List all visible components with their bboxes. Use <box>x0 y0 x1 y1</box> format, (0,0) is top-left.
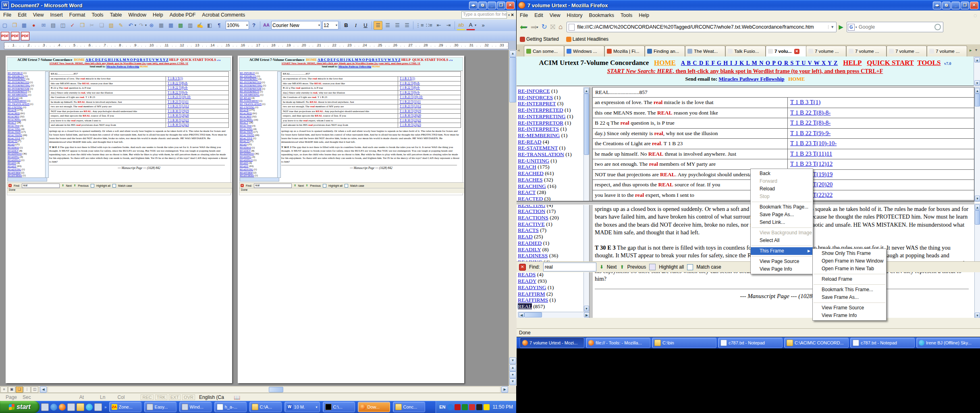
magnifier-icon[interactable] <box>934 24 941 30</box>
scroll-right-icon[interactable]: ▶ <box>501 386 508 393</box>
tab-list-icon[interactable]: ▾ <box>975 48 977 52</box>
url-bar[interactable]: ▼ <box>567 22 837 32</box>
menu-item-select-all[interactable]: Select All <box>751 237 813 244</box>
wordlist-item[interactable]: READIED (1) <box>518 240 583 246</box>
menu-history[interactable]: History <box>564 11 586 19</box>
menu-item-view-page-source[interactable]: View Page Source <box>751 258 813 265</box>
skype-icon[interactable] <box>86 404 93 411</box>
msn-icon[interactable] <box>41 403 49 411</box>
wordlist-item[interactable]: READ (25) <box>518 234 583 240</box>
wordlist-item[interactable]: RE-INFORCE (1) <box>518 88 583 94</box>
menu-item-save-page-as-[interactable]: Save Page As... <box>751 211 813 219</box>
document-map-icon[interactable]: ◧ <box>205 21 214 30</box>
menu-item-send-link-[interactable]: Send Link... <box>751 219 813 226</box>
zoom-combo[interactable]: 100%▾ <box>226 21 249 29</box>
help-icon[interactable]: ? <box>249 21 258 30</box>
question-dropdown-icon[interactable]: ▾ <box>507 13 511 17</box>
menu-item-this-frame[interactable]: This Frame▶ <box>751 247 813 255</box>
undo-icon[interactable]: ↶ <box>126 21 135 30</box>
wordlist-item[interactable]: REACT (28) <box>518 189 583 196</box>
new-document-icon[interactable]: ▢ <box>0 21 9 30</box>
tab-4[interactable]: Finding an... <box>645 46 685 56</box>
header-home-link[interactable]: HOME <box>788 76 805 82</box>
start-search-line[interactable]: START New Search: HERE, then left-click … <box>517 68 974 75</box>
insert-hyperlink-icon[interactable]: ⊛ <box>147 21 156 30</box>
ultramon-maximize-icon[interactable]: ⧉ <box>478 2 487 9</box>
search-engine-icon[interactable]: G <box>848 24 855 31</box>
restore-icon[interactable]: ❐ <box>961 2 969 9</box>
header-scrollbar[interactable]: ▲ ▼ <box>974 56 980 86</box>
columns-icon[interactable]: ▥ <box>186 21 195 30</box>
decrease-indent-icon[interactable]: ⇤ <box>434 21 443 30</box>
tab-scroll-right-icon[interactable]: ▸ <box>970 48 972 53</box>
minimize-icon[interactable]: _ <box>951 2 960 9</box>
font-name-combo[interactable]: Courier New▾ <box>271 21 321 29</box>
permission-icon[interactable]: ● <box>29 21 38 30</box>
dropdown-icon[interactable]: ▾ <box>145 23 147 27</box>
reload-icon[interactable]: ↻ <box>542 22 547 32</box>
folder-icon[interactable] <box>77 403 84 411</box>
menu-edit[interactable]: Edit <box>15 11 30 19</box>
print-preview-icon[interactable]: ◫ <box>58 21 67 30</box>
wordlist-item[interactable]: REACTIVE (1) <box>518 221 583 227</box>
menu-help[interactable]: Help <box>635 11 652 19</box>
menu-item-reload-frame[interactable]: Reload Frame <box>813 275 886 283</box>
taskbar-button[interactable]: 7 volume Urtext - Mozi... <box>520 338 584 348</box>
taskbar-button[interactable]: ZA Zone... <box>109 402 141 412</box>
menu-view[interactable]: View <box>546 11 564 19</box>
menu-tools[interactable]: Tools <box>88 11 106 19</box>
wordlist-item[interactable]: REACH (175) <box>518 164 583 170</box>
find-previous-button[interactable]: Previous <box>627 264 646 270</box>
scroll-left-icon[interactable]: ◀ <box>40 386 47 393</box>
menu-item-view-page-info[interactable]: View Page Info <box>751 265 813 273</box>
word-horizontal-scrollbar[interactable]: ≡ ▣ ❏ ⋮ ◫ ◀ ▶ <box>0 386 516 393</box>
wordlist-item[interactable]: RE-READ (4) <box>518 139 583 145</box>
tab-1[interactable]: Can some... <box>524 46 564 56</box>
italic-icon[interactable]: I <box>351 21 360 30</box>
wordlist-item[interactable]: REACHING (16) <box>518 183 583 190</box>
cut-icon[interactable]: ✂ <box>87 21 96 30</box>
wordlist-item[interactable]: READY (93) <box>518 278 583 284</box>
align-left-icon[interactable]: ☰ <box>374 21 382 30</box>
wordlist-item[interactable]: REACHES (32) <box>518 177 583 183</box>
flag-icon[interactable] <box>469 404 475 410</box>
insert-table-icon[interactable]: ▦ <box>166 21 175 30</box>
tab-close-icon[interactable]: ✕ <box>794 49 799 54</box>
menu-help[interactable]: Help <box>149 11 166 19</box>
justify-icon[interactable]: ☰ <box>403 21 411 30</box>
wordlist-item[interactable]: REAFFIRM (2) <box>518 291 583 297</box>
wordlist-item[interactable]: REAL (857) <box>518 303 583 310</box>
taskbar-button[interactable]: h_a-... <box>214 402 247 412</box>
menu-bookmarks[interactable]: Bookmarks <box>586 11 617 19</box>
taskbar-button[interactable]: Easy... <box>144 402 176 412</box>
wordlist-item[interactable]: RE-TRANSLATION (1) <box>518 151 583 158</box>
stop-icon[interactable]: ⛝ <box>550 22 555 32</box>
taskbar-button[interactable]: C:\ACIM\C CONCORD... <box>784 338 849 348</box>
redo-icon[interactable]: ↷ <box>137 21 145 30</box>
url-input[interactable] <box>576 24 828 30</box>
close-icon[interactable]: ✕ <box>506 2 515 9</box>
find-input[interactable] <box>543 263 596 271</box>
insert-excel-icon[interactable]: ▩ <box>176 21 185 30</box>
wordlist-item[interactable]: RE-INTERPRETOR (1) <box>518 120 583 126</box>
start-button[interactable]: start <box>0 401 39 413</box>
tab-6[interactable]: Talk Fusio... <box>725 46 766 56</box>
taskbar-button[interactable]: file:// - Tools: - Mozilla... <box>586 338 650 348</box>
menu-item-view-frame-info[interactable]: View Frame Info <box>813 312 886 319</box>
highlight-icon[interactable]: ab <box>457 21 465 30</box>
email-link[interactable]: Miracles Pathway Fellowship <box>718 76 784 82</box>
convert-to-pdf-and-send-icon[interactable]: PDF <box>21 32 29 40</box>
restore-icon[interactable]: ❐ <box>497 2 505 9</box>
word-document-area[interactable]: ACIM Urtext 7-Volume Concordance HOME A … <box>0 50 509 386</box>
spelling-grammar-icon[interactable]: ✓ <box>68 21 77 30</box>
menu-item-view-frame-source[interactable]: View Frame Source <box>813 304 886 312</box>
go-icon[interactable]: ▶ <box>839 23 843 31</box>
match-case-checkbox[interactable] <box>687 264 693 270</box>
alphabet-links[interactable]: A B C D E F G H I J K L M N O P Q R S T … <box>681 60 838 66</box>
menu-format[interactable]: Format <box>66 11 89 19</box>
format-painter-icon[interactable]: ✎ <box>116 21 125 30</box>
email-icon[interactable]: ✉ <box>39 21 48 30</box>
tab-9[interactable]: 7 volume ... <box>846 46 887 56</box>
wordlist-item[interactable]: REACTIONS (20) <box>518 215 583 221</box>
tab-3[interactable]: Mozilla | Fi... <box>604 46 645 56</box>
